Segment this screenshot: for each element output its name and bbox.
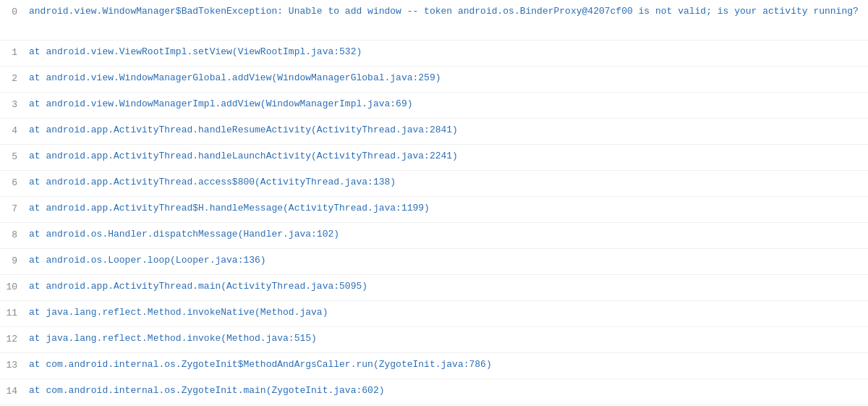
table-row: 7 at android.app.ActivityThread$H.handle… (0, 197, 868, 223)
table-row: 6 at android.app.ActivityThread.access$8… (0, 171, 868, 197)
table-row: 14 at com.android.internal.os.ZygoteInit… (0, 379, 868, 405)
line-number: 8 (0, 227, 29, 243)
trace-code: at java.lang.reflect.Method.invokeNative… (29, 305, 868, 321)
line-number: 5 (0, 149, 29, 165)
table-row: 8 at android.os.Handler.dispatchMessage(… (0, 223, 868, 249)
table-row: 2 at android.view.WindowManagerGlobal.ad… (0, 67, 868, 93)
table-row: 9 at android.os.Looper.loop(Looper.java:… (0, 249, 868, 275)
line-number: 0 (0, 4, 29, 20)
line-number: 4 (0, 123, 29, 139)
table-row: 13 at com.android.internal.os.ZygoteInit… (0, 353, 868, 379)
trace-code: at android.os.Looper.loop(Looper.java:13… (29, 253, 868, 268)
line-number: 14 (0, 384, 29, 399)
line-number: 11 (0, 305, 29, 321)
line-number: 13 (0, 358, 29, 373)
trace-code: at android.view.WindowManagerImpl.addVie… (29, 97, 868, 112)
line-number: 10 (0, 279, 29, 295)
table-row: 3 at android.view.WindowManagerImpl.addV… (0, 93, 868, 119)
trace-code: at com.android.internal.os.ZygoteInit.ma… (29, 384, 868, 399)
line-number: 6 (0, 175, 29, 191)
table-row: 4 at android.app.ActivityThread.handleRe… (0, 119, 868, 145)
trace-code: at android.app.ActivityThread$H.handleMe… (29, 201, 868, 216)
line-number: 12 (0, 331, 29, 347)
trace-code: at android.app.ActivityThread.main(Activ… (29, 279, 868, 295)
trace-code: at android.os.Handler.dispatchMessage(Ha… (29, 227, 868, 242)
trace-code: at android.view.ViewRootImpl.setView(Vie… (29, 45, 868, 60)
table-row: 0android.view.WindowManager$BadTokenExce… (0, 0, 868, 41)
table-row: 11 at java.lang.reflect.Method.invokeNat… (0, 301, 868, 327)
table-row: 10 at android.app.ActivityThread.main(Ac… (0, 275, 868, 301)
line-number: 2 (0, 71, 29, 87)
line-number: 1 (0, 45, 29, 61)
trace-code: at android.app.ActivityThread.handleResu… (29, 123, 868, 138)
trace-code: at android.app.ActivityThread.access$800… (29, 175, 868, 190)
stack-trace-container: 0android.view.WindowManager$BadTokenExce… (0, 0, 868, 406)
line-number: 9 (0, 253, 29, 269)
table-row: 1 at android.view.ViewRootImpl.setView(V… (0, 41, 868, 67)
trace-code: at java.lang.reflect.Method.invoke(Metho… (29, 331, 868, 347)
trace-code: at android.view.WindowManagerGlobal.addV… (29, 71, 868, 86)
trace-code: at com.android.internal.os.ZygoteInit$Me… (29, 358, 868, 373)
line-number: 3 (0, 97, 29, 113)
table-row: 5 at android.app.ActivityThread.handleLa… (0, 145, 868, 171)
trace-code: at android.app.ActivityThread.handleLaun… (29, 149, 868, 164)
table-row: 12 at java.lang.reflect.Method.invoke(Me… (0, 327, 868, 353)
line-number: 7 (0, 201, 29, 217)
trace-code: android.view.WindowManager$BadTokenExcep… (29, 4, 868, 20)
